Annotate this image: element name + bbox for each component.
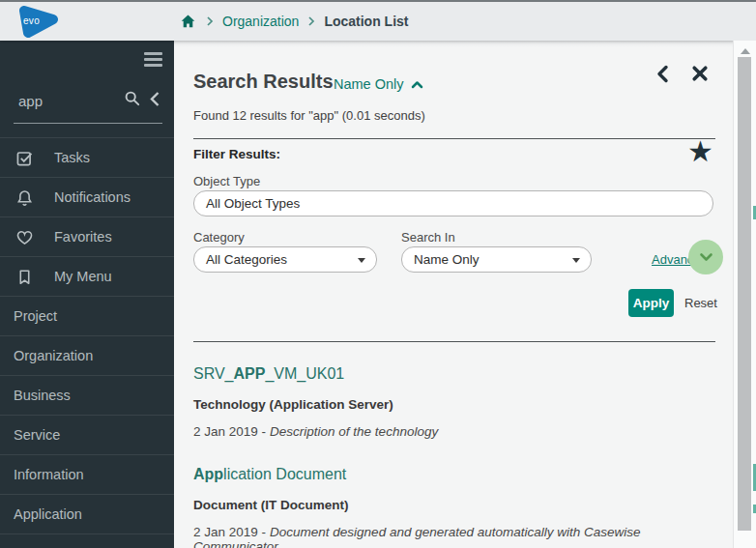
home-icon[interactable]: [179, 13, 197, 30]
result-title-link[interactable]: SRV_APP_VM_UK01: [193, 365, 344, 383]
scrollbar-thumb[interactable]: [738, 57, 751, 531]
back-icon[interactable]: [655, 65, 669, 83]
scrollbar-up-arrow[interactable]: [741, 48, 750, 54]
result-type: Technology (Application Server): [193, 397, 723, 412]
sidebar-item-label: Information: [14, 467, 84, 482]
close-icon[interactable]: [691, 65, 709, 82]
sidebar-item-organization[interactable]: Organization: [0, 336, 174, 376]
result-title-text: SRV_: [193, 365, 234, 382]
sidebar-item-notifications[interactable]: Notifications: [0, 178, 174, 217]
sidebar-search: [0, 77, 174, 137]
sidebar-item-label: Tasks: [54, 150, 90, 165]
breadcrumb-link-organization[interactable]: Organization: [222, 14, 299, 29]
app-window: evo Organization Location List: [0, 0, 756, 548]
search-scope-toggle[interactable]: Name Only: [334, 76, 423, 92]
sidebar-item-information[interactable]: Information: [0, 455, 174, 495]
result-title-link[interactable]: Application Document: [193, 466, 346, 483]
divider: [193, 341, 715, 342]
sidebar-item-tasks[interactable]: Tasks: [0, 138, 174, 178]
sidebar-menu: Tasks Notifications Favorites My Menu: [0, 137, 174, 534]
collapse-search-chevron-left-icon[interactable]: [149, 91, 160, 107]
search-result-item: SRV_APP_VM_UK01 Technology (Application …: [193, 365, 723, 439]
category-value: All Categories: [206, 252, 287, 267]
sidebar-item-label: Service: [14, 427, 60, 443]
result-title-highlight: App: [193, 466, 223, 482]
result-type: Document (IT Document): [193, 498, 723, 512]
breadcrumb-chevron-icon: [206, 15, 214, 27]
result-title-text: lication Document: [223, 466, 346, 482]
result-description: Description of the technology: [270, 424, 438, 439]
evo-logo[interactable]: evo: [13, 5, 63, 38]
breadcrumb-current-page: Location List: [324, 14, 408, 29]
result-title-text: _VM_UK01: [265, 365, 344, 382]
result-date: 2 Jan 2019 -: [193, 424, 266, 439]
chevron-up-icon: [411, 80, 423, 89]
breadcrumb-chevron-icon: [307, 15, 315, 27]
chevron-down-icon: [699, 252, 713, 262]
search-results-panel: Search Results Name Only Found 12 result…: [174, 41, 733, 548]
my-menu-bookmark-icon: [15, 268, 34, 286]
evo-logo-text: evo: [23, 15, 40, 26]
sidebar-item-label: Organization: [14, 348, 93, 363]
advanced-expand-button[interactable]: [688, 240, 723, 274]
sidebar-item-label: Business: [14, 388, 71, 403]
dropdown-caret-icon: [358, 258, 365, 263]
apply-button[interactable]: Apply: [628, 289, 674, 317]
search-scope-label: Name Only: [334, 76, 404, 92]
reset-button[interactable]: Reset: [684, 296, 717, 310]
sidebar-item-service[interactable]: Service: [0, 416, 174, 455]
filter-heading: Filter Results:: [193, 147, 280, 161]
favorites-heart-icon: [15, 228, 34, 246]
search-underline: [14, 123, 162, 124]
top-bar: evo Organization Location List: [0, 2, 756, 41]
scrollbar: [733, 41, 756, 548]
result-title-highlight: APP: [234, 365, 266, 382]
sidebar: Tasks Notifications Favorites My Menu: [0, 41, 174, 548]
sidebar-header: [0, 41, 174, 77]
sidebar-item-label: Application: [14, 506, 82, 522]
page-title: Search Results: [193, 71, 334, 93]
sidebar-item-label: Project: [14, 308, 57, 324]
object-type-field[interactable]: All Object Types: [193, 190, 713, 216]
sidebar-item-label: Notifications: [54, 189, 131, 205]
search-in-label: Search In: [401, 230, 455, 245]
category-label: Category: [193, 230, 245, 245]
sidebar-item-business[interactable]: Business: [0, 376, 174, 416]
object-type-value: All Object Types: [206, 196, 300, 211]
tasks-checkbox-icon: [15, 149, 34, 167]
category-select[interactable]: All Categories: [193, 246, 377, 273]
result-meta: 2 Jan 2019 -Description of the technolog…: [193, 424, 723, 439]
sidebar-search-input[interactable]: [18, 93, 110, 109]
search-in-value: Name Only: [414, 252, 480, 267]
result-date: 2 Jan 2019 -: [193, 525, 266, 539]
sidebar-item-label: Favorites: [54, 229, 112, 245]
dropdown-caret-icon: [572, 258, 580, 263]
favorite-filter-star-icon[interactable]: ★: [687, 137, 713, 166]
search-result-item: Application Document Document (IT Docume…: [193, 466, 723, 548]
menu-hamburger-icon[interactable]: [144, 52, 162, 70]
divider: [193, 138, 715, 139]
sidebar-item-application[interactable]: Application: [0, 495, 174, 534]
breadcrumb: Organization Location List: [179, 2, 409, 41]
result-meta: 2 Jan 2019 -Document designed and genera…: [193, 525, 723, 548]
sidebar-item-label: My Menu: [54, 269, 112, 284]
search-in-select[interactable]: Name Only: [401, 246, 592, 273]
object-type-label: Object Type: [193, 174, 260, 188]
sidebar-item-favorites[interactable]: Favorites: [0, 217, 174, 257]
results-summary: Found 12 results for "app" (0.01 seconds…: [193, 108, 425, 123]
notifications-bell-icon: [15, 188, 34, 207]
search-icon[interactable]: [124, 90, 141, 107]
sidebar-item-my-menu[interactable]: My Menu: [0, 257, 174, 297]
sidebar-item-project[interactable]: Project: [0, 297, 174, 336]
